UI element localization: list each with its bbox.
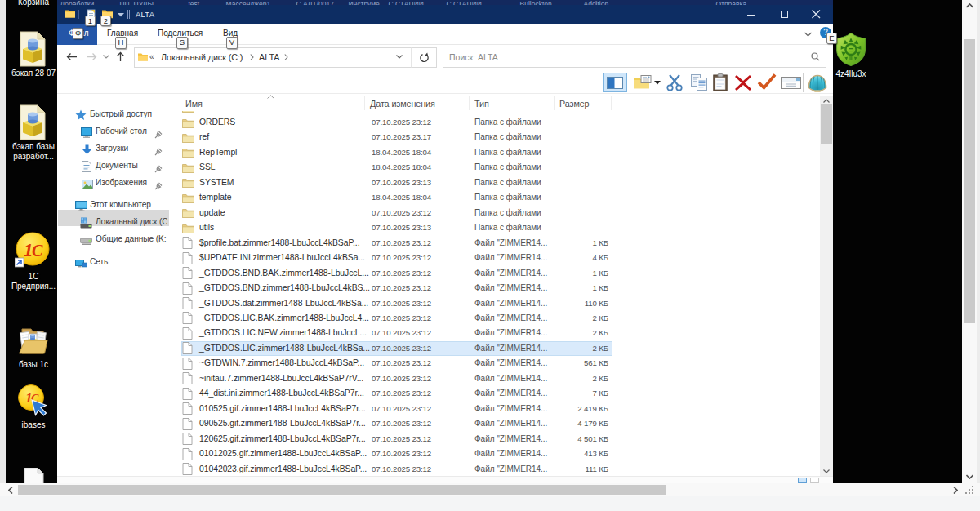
svg-text:С: С [32, 242, 43, 260]
